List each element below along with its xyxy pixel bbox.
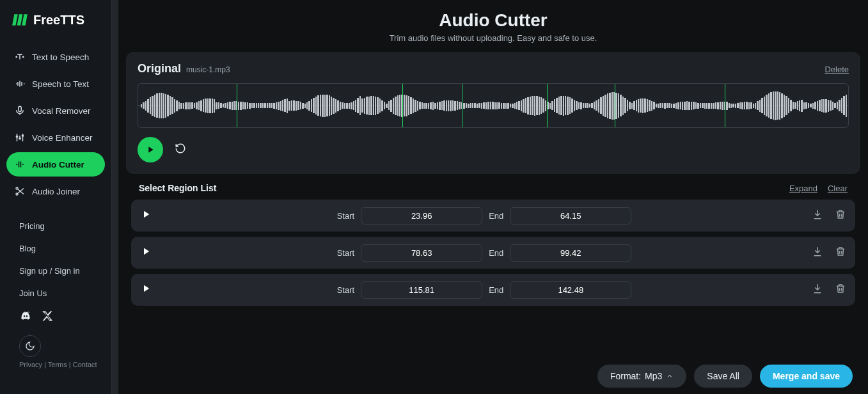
trash-icon <box>835 283 846 294</box>
social-row <box>6 304 105 327</box>
brand-name: FreeTTS <box>33 13 84 28</box>
nav-label: Vocal Remover <box>32 106 91 116</box>
play-icon <box>140 246 152 257</box>
sidebar-item-audio-joiner[interactable]: Audio Joiner <box>6 179 105 203</box>
download-icon <box>812 209 823 220</box>
region-row: Start End <box>131 237 855 269</box>
start-label: Start <box>337 248 354 258</box>
nav-label: Voice Enhancer <box>32 133 93 143</box>
sidebar-item-voice-enhancer[interactable]: Voice Enhancer <box>6 125 105 150</box>
discord-icon[interactable] <box>19 310 32 322</box>
trash-icon <box>835 209 846 220</box>
nav-label: Audio Cutter <box>32 160 84 169</box>
nav-label: Speech to Text <box>32 79 89 89</box>
sidebar-link-blog[interactable]: Blog <box>6 237 105 260</box>
sidebar: FreeTTS Text to Speech Speech to Text Vo… <box>0 0 112 394</box>
region-play-button[interactable] <box>140 246 152 260</box>
start-input[interactable] <box>361 244 482 262</box>
sidebar-link-join[interactable]: Join Us <box>6 282 105 304</box>
bottom-bar: Format: Mp3 Save All Merge and save <box>126 356 860 394</box>
footer-legal[interactable]: Privacy | Terms | Contact <box>6 361 105 371</box>
start-input[interactable] <box>361 207 482 225</box>
download-button[interactable] <box>812 246 823 260</box>
expand-link[interactable]: Expand <box>789 184 817 193</box>
end-label: End <box>489 211 503 221</box>
svg-rect-2 <box>19 106 22 111</box>
moon-icon <box>25 341 35 351</box>
chevron-up-icon <box>666 372 674 380</box>
mic-icon <box>14 105 26 116</box>
play-icon <box>140 209 152 220</box>
trash-icon <box>835 246 846 257</box>
region-play-button[interactable] <box>140 283 152 297</box>
original-filename: music-1.mp3 <box>186 65 230 74</box>
clear-link[interactable]: Clear <box>828 184 848 193</box>
refresh-icon <box>175 143 186 154</box>
x-icon[interactable] <box>41 310 54 322</box>
download-icon <box>812 246 823 257</box>
sidebar-item-text-to-speech[interactable]: Text to Speech <box>6 45 105 69</box>
delete-button[interactable] <box>835 283 846 297</box>
region-list-header: Select Region List Expand Clear <box>126 183 860 200</box>
svg-point-1 <box>23 56 24 58</box>
delete-link[interactable]: Delete <box>825 65 849 74</box>
sidebar-item-vocal-remover[interactable]: Vocal Remover <box>6 98 105 123</box>
sidebar-item-speech-to-text[interactable]: Speech to Text <box>6 72 105 96</box>
region-row: Start End <box>131 200 855 232</box>
reset-button[interactable] <box>175 143 186 157</box>
format-prefix: Format: <box>610 371 641 381</box>
end-label: End <box>489 248 503 258</box>
nav-label: Text to Speech <box>32 52 89 62</box>
svg-point-6 <box>16 187 18 189</box>
page-subtitle: Trim audio files without uploading. Easy… <box>126 33 860 43</box>
original-label: Original <box>138 62 181 75</box>
start-label: Start <box>337 211 354 221</box>
end-input[interactable] <box>510 244 631 262</box>
original-card: Original music-1.mp3 Delete <box>126 52 860 174</box>
svg-point-7 <box>16 193 18 195</box>
scissors-icon <box>14 185 26 197</box>
theme-toggle[interactable] <box>19 335 41 357</box>
region-list-title: Select Region List <box>139 183 216 193</box>
start-input[interactable] <box>361 281 482 299</box>
delete-button[interactable] <box>835 209 846 223</box>
sidebar-nav: Text to Speech Speech to Text Vocal Remo… <box>0 40 111 394</box>
main-content: Audio Cutter Trim audio files without up… <box>118 0 868 394</box>
save-all-button[interactable]: Save All <box>694 365 752 388</box>
region-row: Start End <box>131 274 855 306</box>
sidebar-link-pricing[interactable]: Pricing <box>6 215 105 237</box>
start-label: Start <box>337 285 354 295</box>
sidebar-link-auth[interactable]: Sign up / Sign in <box>6 260 105 282</box>
end-label: End <box>489 285 503 295</box>
download-button[interactable] <box>812 209 823 223</box>
page-title: Audio Cutter <box>126 10 860 31</box>
tts-icon <box>14 51 26 63</box>
region-list: Start End Start End <box>126 200 860 311</box>
download-button[interactable] <box>812 283 823 297</box>
format-button[interactable]: Format: Mp3 <box>597 365 686 388</box>
brand-icon <box>12 12 28 28</box>
end-input[interactable] <box>510 207 631 225</box>
delete-button[interactable] <box>835 246 846 260</box>
page-header: Audio Cutter Trim audio files without up… <box>126 8 860 52</box>
download-icon <box>812 283 823 294</box>
play-icon <box>145 145 155 155</box>
scrollbar-track[interactable] <box>112 0 118 394</box>
region-play-button[interactable] <box>140 209 152 223</box>
equalizer-icon <box>14 132 26 143</box>
merge-save-button[interactable]: Merge and save <box>760 365 853 388</box>
end-input[interactable] <box>510 281 631 299</box>
waveform[interactable] <box>138 83 849 128</box>
play-icon <box>140 283 152 294</box>
stt-icon <box>14 78 26 90</box>
format-value: Mp3 <box>645 371 662 381</box>
cutter-icon <box>14 159 26 170</box>
svg-point-0 <box>16 56 17 58</box>
play-button[interactable] <box>138 137 163 162</box>
nav-label: Audio Joiner <box>32 187 80 196</box>
sidebar-item-audio-cutter[interactable]: Audio Cutter <box>6 152 105 177</box>
brand-logo[interactable]: FreeTTS <box>0 12 111 40</box>
